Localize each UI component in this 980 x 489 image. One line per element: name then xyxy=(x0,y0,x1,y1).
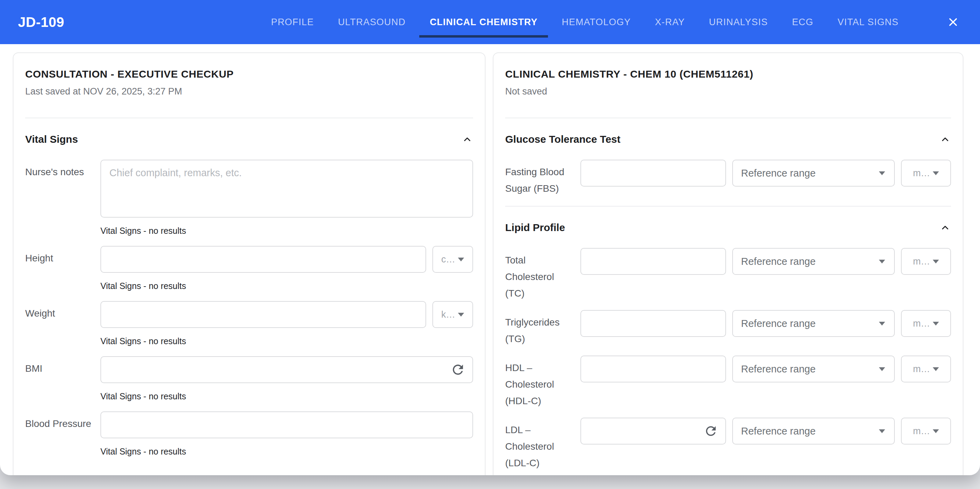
caret-down-icon xyxy=(933,367,939,371)
height-label: Height xyxy=(25,246,94,267)
consultation-panel: CONSULTATION - EXECUTIVE CHECKUP Last sa… xyxy=(13,52,485,475)
weight-unit-select[interactable]: k… xyxy=(433,301,473,328)
triglycerides-reference-range-select[interactable]: Reference range xyxy=(732,310,895,337)
total-cholesterol-reference-range-select[interactable]: Reference range xyxy=(732,248,895,275)
blood-pressure-caption: Vital Signs - no results xyxy=(100,446,473,457)
ldl-recalculate-button[interactable] xyxy=(703,423,719,439)
close-icon xyxy=(948,17,959,28)
bmi-field-wrap xyxy=(100,356,473,383)
glucose-tolerance-section-title: Glucose Tolerance Test xyxy=(505,133,620,145)
weight-label: Weight xyxy=(25,301,94,322)
chevron-up-icon xyxy=(462,134,473,144)
weight-caption: Vital Signs - no results xyxy=(100,336,473,346)
clinical-chemistry-save-status: Not saved xyxy=(505,86,951,97)
caret-down-icon xyxy=(879,367,885,371)
blood-pressure-label: Blood Pressure xyxy=(25,411,94,432)
blood-pressure-field-wrap xyxy=(100,411,473,438)
tab-ecg[interactable]: ECG xyxy=(792,0,813,44)
nurses-notes-row: Nurse's notes Vital Signs - no results xyxy=(25,160,473,236)
height-unit-select[interactable]: c… xyxy=(433,246,473,273)
hdl-cholesterol-input[interactable] xyxy=(581,356,725,382)
record-tabs: PROFILE ULTRASOUND CLINICAL CHEMISTRY HE… xyxy=(271,0,961,44)
patient-record-modal: JD-109 PROFILE ULTRASOUND CLINICAL CHEMI… xyxy=(0,0,980,475)
blood-pressure-input[interactable] xyxy=(101,412,473,438)
bmi-caption: Vital Signs - no results xyxy=(100,391,473,402)
fbs-unit-select[interactable]: m… xyxy=(901,160,951,187)
nurses-notes-field-wrap xyxy=(100,160,473,218)
bmi-row: BMI Vital Signs - no results xyxy=(25,356,473,402)
glucose-tolerance-collapse-button[interactable] xyxy=(939,133,951,145)
total-cholesterol-unit-select[interactable]: m… xyxy=(901,248,951,275)
fbs-label: Fasting Blood Sugar (FBS) xyxy=(505,160,574,197)
glucose-tolerance-section-header: Glucose Tolerance Test xyxy=(505,133,951,145)
patient-id: JD-109 xyxy=(18,14,64,30)
hdl-cholesterol-unit-select[interactable]: m… xyxy=(901,356,951,383)
ldl-cholesterol-label: LDL – Cholesterol (LDL-C) xyxy=(505,418,574,472)
vital-signs-collapse-button[interactable] xyxy=(461,133,473,145)
chevron-up-icon xyxy=(940,134,950,144)
divider xyxy=(505,206,951,206)
caret-down-icon xyxy=(458,257,464,261)
ldl-cholesterol-field-wrap xyxy=(581,418,726,445)
close-button[interactable] xyxy=(945,14,961,30)
weight-unit-value: k… xyxy=(441,309,455,320)
caret-down-icon xyxy=(879,260,885,264)
hdl-cholesterol-reference-range-select[interactable]: Reference range xyxy=(732,356,895,383)
caret-down-icon xyxy=(933,171,939,175)
tab-vital-signs[interactable]: VITAL SIGNS xyxy=(837,0,899,44)
tab-profile[interactable]: PROFILE xyxy=(271,0,314,44)
ldl-cholesterol-reference-range-select[interactable]: Reference range xyxy=(732,418,895,445)
ldl-cholesterol-unit-select[interactable]: m… xyxy=(901,418,951,445)
vital-signs-section-title: Vital Signs xyxy=(25,133,78,145)
total-cholesterol-unit-value: m… xyxy=(913,256,930,267)
tab-x-ray[interactable]: X-RAY xyxy=(655,0,685,44)
caret-down-icon xyxy=(879,429,885,433)
total-cholesterol-input[interactable] xyxy=(581,249,725,274)
weight-row: Weight k… Vital Signs - no results xyxy=(25,301,473,346)
tab-ultrasound[interactable]: ULTRASOUND xyxy=(338,0,406,44)
glucose-tolerance-fields: Fasting Blood Sugar (FBS) Reference rang… xyxy=(505,160,951,197)
bmi-recalculate-button[interactable] xyxy=(450,361,466,378)
fbs-row: Fasting Blood Sugar (FBS) Reference rang… xyxy=(505,160,951,197)
refresh-icon xyxy=(450,362,466,377)
ldl-cholesterol-unit-value: m… xyxy=(913,426,930,437)
fbs-unit-value: m… xyxy=(913,168,930,179)
triglycerides-input[interactable] xyxy=(581,311,725,336)
height-unit-value: c… xyxy=(441,254,455,265)
top-navigation-bar: JD-109 PROFILE ULTRASOUND CLINICAL CHEMI… xyxy=(0,0,980,44)
fbs-field-wrap xyxy=(581,160,726,187)
vital-signs-section-header: Vital Signs xyxy=(25,133,473,145)
lipid-profile-section-title: Lipid Profile xyxy=(505,222,565,233)
fbs-reference-range-select[interactable]: Reference range xyxy=(732,160,895,187)
consultation-save-status: Last saved at NOV 26, 2025, 3:27 PM xyxy=(25,86,473,97)
lipid-profile-collapse-button[interactable] xyxy=(939,222,951,233)
height-field-wrap xyxy=(100,246,426,273)
triglycerides-field-wrap xyxy=(581,310,726,337)
vital-signs-fields: Nurse's notes Vital Signs - no results H… xyxy=(25,160,473,457)
total-cholesterol-field-wrap xyxy=(581,248,726,275)
tab-hematology[interactable]: HEMATOLOGY xyxy=(562,0,631,44)
tab-clinical-chemistry[interactable]: CLINICAL CHEMISTRY xyxy=(430,0,538,44)
nurses-notes-textarea[interactable] xyxy=(101,160,473,217)
height-input[interactable] xyxy=(101,246,425,272)
caret-down-icon xyxy=(933,322,939,325)
total-cholesterol-reference-range-value: Reference range xyxy=(741,256,879,267)
triglycerides-unit-value: m… xyxy=(913,318,930,329)
clinical-chemistry-panel: CLINICAL CHEMISTRY - CHEM 10 (CHEM511261… xyxy=(493,52,963,475)
triglycerides-label: Triglycerides (TG) xyxy=(505,310,574,347)
height-row: Height c… Vital Signs - no results xyxy=(25,246,473,291)
weight-input[interactable] xyxy=(101,302,425,327)
triglycerides-unit-select[interactable]: m… xyxy=(901,310,951,337)
caret-down-icon xyxy=(933,260,939,264)
bmi-label: BMI xyxy=(25,356,94,377)
bmi-input[interactable] xyxy=(101,357,473,383)
fbs-input[interactable] xyxy=(581,160,725,186)
divider xyxy=(505,117,951,118)
triglycerides-row: Triglycerides (TG) Reference range m… xyxy=(505,310,951,347)
chevron-up-icon xyxy=(940,222,950,233)
tab-urinalysis[interactable]: URINALYSIS xyxy=(709,0,768,44)
hdl-cholesterol-row: HDL – Cholesterol (HDL-C) Reference rang… xyxy=(505,356,951,410)
height-caption: Vital Signs - no results xyxy=(100,281,473,291)
total-cholesterol-row: Total Cholesterol (TC) Reference range m… xyxy=(505,248,951,302)
divider xyxy=(25,117,473,118)
